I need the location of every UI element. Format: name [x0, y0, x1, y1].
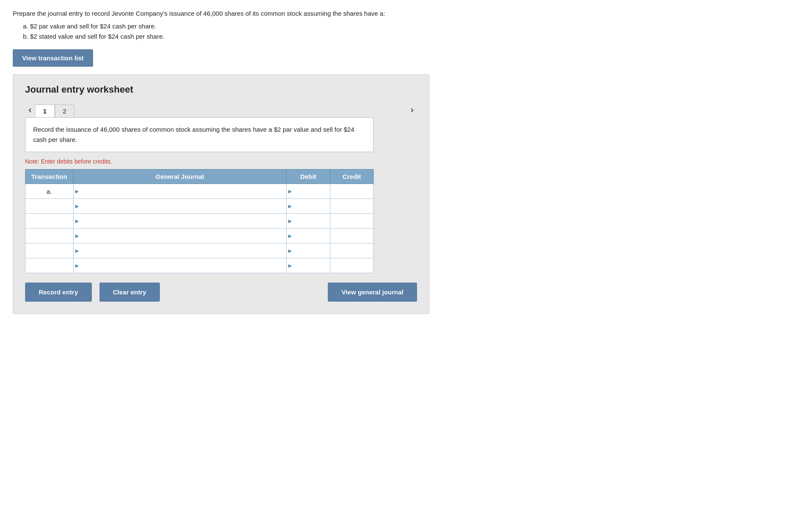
worksheet-container: Journal entry worksheet ‹ 1 2 › Record t…	[13, 74, 429, 314]
instruction-box: Record the issuance of 46,000 shares of …	[25, 117, 374, 152]
debit-cell[interactable]	[287, 243, 330, 258]
table-row: a.	[26, 184, 374, 199]
credit-input-5[interactable]	[330, 258, 373, 273]
credit-cell[interactable]	[330, 214, 373, 229]
instruction-text: Record the issuance of 46,000 shares of …	[33, 126, 354, 143]
credit-input-4[interactable]	[330, 243, 373, 258]
problem-section: Prepare the journal entry to record Jevo…	[13, 8, 799, 42]
credit-input-3[interactable]	[330, 229, 373, 243]
tab-prev-button[interactable]: ‹	[25, 103, 35, 117]
general-journal-cell[interactable]	[73, 214, 287, 229]
tab-next-button[interactable]: ›	[407, 103, 417, 117]
credit-input-2[interactable]	[330, 214, 373, 228]
debit-cell[interactable]	[287, 199, 330, 214]
view-general-journal-button[interactable]: View general journal	[328, 283, 417, 302]
transaction-cell	[26, 258, 74, 273]
button-row: Record entry Clear entry View general jo…	[25, 283, 417, 302]
general-journal-input-3[interactable]	[79, 229, 287, 243]
table-row	[26, 199, 374, 214]
credit-cell[interactable]	[330, 199, 373, 214]
credit-cell[interactable]	[330, 243, 373, 258]
col-header-general-journal: General Journal	[73, 170, 287, 184]
general-journal-cell[interactable]	[73, 184, 287, 199]
debit-input-5[interactable]	[292, 258, 329, 273]
problem-part-b: b. $2 stated value and sell for $24 cash…	[23, 31, 799, 42]
debit-cell[interactable]	[287, 258, 330, 273]
debit-input-0[interactable]	[292, 184, 329, 198]
debit-cell[interactable]	[287, 184, 330, 199]
transaction-cell	[26, 214, 74, 229]
tab-1[interactable]: 1	[35, 105, 54, 117]
transaction-cell	[26, 229, 74, 243]
clear-entry-button[interactable]: Clear entry	[99, 283, 160, 302]
table-row	[26, 243, 374, 258]
transaction-cell	[26, 243, 74, 258]
debit-cell[interactable]	[287, 214, 330, 229]
transaction-cell	[26, 199, 74, 214]
transaction-cell: a.	[26, 184, 74, 199]
credit-cell[interactable]	[330, 184, 373, 199]
debit-input-2[interactable]	[292, 214, 329, 228]
tabs-wrapper: ‹ 1 2 ›	[25, 103, 417, 117]
problem-part-a: a. $2 par value and sell for $24 cash pe…	[23, 21, 799, 31]
debit-input-4[interactable]	[292, 243, 329, 258]
problem-intro: Prepare the journal entry to record Jevo…	[13, 8, 799, 19]
worksheet-title: Journal entry worksheet	[25, 84, 417, 95]
tab-2[interactable]: 2	[55, 105, 74, 117]
general-journal-input-1[interactable]	[79, 199, 287, 213]
journal-table: Transaction General Journal Debit Credit…	[25, 169, 374, 273]
debit-input-3[interactable]	[292, 229, 329, 243]
col-header-debit: Debit	[287, 170, 330, 184]
credit-cell[interactable]	[330, 258, 373, 273]
general-journal-cell[interactable]	[73, 229, 287, 243]
debit-input-1[interactable]	[292, 199, 329, 213]
credit-input-1[interactable]	[330, 199, 373, 213]
general-journal-cell[interactable]	[73, 243, 287, 258]
debit-cell[interactable]	[287, 229, 330, 243]
col-header-transaction: Transaction	[26, 170, 74, 184]
table-row	[26, 214, 374, 229]
view-transaction-button[interactable]: View transaction list	[13, 49, 93, 67]
general-journal-input-5[interactable]	[79, 258, 287, 273]
general-journal-input-4[interactable]	[79, 243, 287, 258]
general-journal-input-2[interactable]	[79, 214, 287, 228]
general-journal-cell[interactable]	[73, 199, 287, 214]
credit-input-0[interactable]	[330, 184, 373, 198]
table-row	[26, 258, 374, 273]
table-row	[26, 229, 374, 243]
note-text: Note: Enter debits before credits.	[25, 158, 417, 165]
col-header-credit: Credit	[330, 170, 373, 184]
record-entry-button[interactable]: Record entry	[25, 283, 92, 302]
general-journal-input-0[interactable]	[79, 184, 287, 198]
credit-cell[interactable]	[330, 229, 373, 243]
general-journal-cell[interactable]	[73, 258, 287, 273]
